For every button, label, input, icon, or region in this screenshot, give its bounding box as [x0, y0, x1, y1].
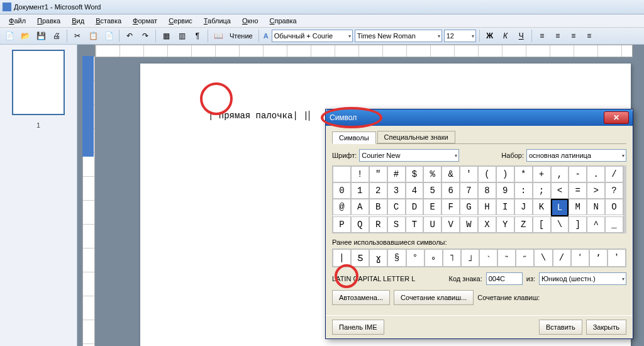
char-cell[interactable]: I — [496, 199, 514, 215]
recent-cell[interactable]: ˴ — [479, 249, 497, 267]
recent-cell[interactable]: ʼ — [589, 249, 608, 267]
char-cell[interactable]: K — [533, 199, 551, 215]
menu-правка[interactable]: Правка — [32, 16, 65, 26]
table-icon[interactable]: ▦ — [159, 29, 173, 43]
char-cell[interactable]: _ — [605, 216, 623, 233]
char-cell[interactable]: 5 — [423, 182, 441, 199]
copy-icon[interactable]: 📋 — [86, 29, 100, 43]
grid-scrollbar[interactable] — [624, 165, 626, 233]
char-cell[interactable]: R — [369, 216, 387, 233]
char-cell[interactable]: W — [460, 216, 478, 233]
char-cell[interactable]: Y — [496, 216, 514, 233]
char-cell[interactable]: 6 — [441, 182, 460, 199]
char-cell[interactable]: V — [441, 216, 460, 233]
menu-таблица[interactable]: Таблица — [199, 16, 236, 26]
char-cell[interactable]: 0 — [333, 182, 351, 199]
char-cell[interactable]: % — [423, 166, 441, 182]
dialog-titlebar[interactable]: Символ ✕ — [326, 109, 633, 126]
char-cell[interactable]: U — [423, 216, 441, 233]
font-select[interactable]: Courier New — [359, 149, 459, 162]
menu-файл[interactable]: Файл — [4, 16, 31, 26]
print-icon[interactable]: 🖨 — [50, 29, 64, 43]
align-left-icon[interactable]: ≡ — [535, 29, 549, 43]
char-cell[interactable]: ? — [605, 182, 623, 199]
char-cell[interactable]: $ — [406, 166, 424, 182]
char-cell[interactable]: 9 — [496, 182, 514, 199]
recent-cell[interactable]: ˵ — [497, 249, 516, 267]
char-cell[interactable]: ( — [478, 166, 496, 182]
save-icon[interactable]: 💾 — [34, 29, 48, 43]
recent-cell[interactable]: | — [333, 249, 351, 267]
set-select[interactable]: основная латиница — [526, 149, 626, 162]
cut-icon[interactable]: ✂ — [70, 29, 84, 43]
char-cell[interactable]: = — [569, 182, 587, 199]
char-cell[interactable]: ^ — [587, 216, 605, 233]
align-justify-icon[interactable]: ≡ — [582, 29, 596, 43]
recent-cell[interactable]: ˥ — [443, 249, 461, 267]
char-cell[interactable]: B — [369, 199, 387, 215]
char-cell[interactable]: @ — [333, 199, 351, 215]
char-cell[interactable]: M — [569, 199, 587, 215]
char-cell[interactable]: ) — [496, 166, 514, 182]
recent-cell[interactable]: / — [553, 249, 571, 267]
char-cell[interactable]: F — [441, 199, 460, 215]
ime-button[interactable]: Панель IME — [332, 320, 384, 335]
menu-формат[interactable]: Формат — [128, 16, 162, 26]
char-cell[interactable]: E — [423, 199, 441, 215]
menu-справка[interactable]: Справка — [265, 16, 302, 26]
char-cell[interactable]: S — [387, 216, 406, 233]
bold-button[interactable]: Ж — [483, 29, 497, 43]
reading-icon[interactable]: 📖 — [211, 29, 225, 43]
char-cell[interactable]: > — [587, 182, 605, 199]
char-cell[interactable] — [333, 166, 351, 182]
reading-label[interactable]: Чтение — [227, 32, 255, 40]
char-cell[interactable]: Z — [514, 216, 533, 233]
char-cell[interactable]: A — [351, 199, 369, 215]
char-cell[interactable]: < — [551, 182, 569, 199]
shortcut-button[interactable]: Сочетание клавиш... — [394, 290, 474, 305]
char-cell[interactable]: ' — [460, 166, 478, 182]
recent-cell[interactable]: \ — [534, 249, 552, 267]
char-cell[interactable]: , — [551, 166, 569, 182]
char-cell[interactable]: 2 — [369, 182, 387, 199]
char-cell[interactable]: P — [333, 216, 351, 233]
tab-special[interactable]: Специальные знаки — [377, 131, 455, 143]
page-thumbnail[interactable] — [12, 50, 65, 115]
char-cell[interactable]: D — [406, 199, 424, 215]
paste-icon[interactable]: 📄 — [102, 29, 116, 43]
recent-cell[interactable]: ˶ — [516, 249, 534, 267]
char-cell[interactable]: 8 — [478, 182, 496, 199]
new-icon[interactable]: 📄 — [3, 29, 16, 43]
close-button[interactable]: Закрыть — [586, 320, 626, 335]
close-icon[interactable]: ✕ — [604, 111, 629, 124]
char-cell[interactable]: ; — [533, 182, 551, 199]
char-cell[interactable]: Q — [351, 216, 369, 233]
char-cell[interactable]: 1 — [351, 182, 369, 199]
char-cell[interactable]: [ — [533, 216, 551, 233]
align-center-icon[interactable]: ≡ — [551, 29, 565, 43]
horizontal-ruler[interactable] — [95, 45, 633, 57]
char-cell[interactable]: + — [533, 166, 551, 182]
char-cell[interactable]: C — [387, 199, 406, 215]
recent-cell[interactable]: ° — [406, 249, 425, 267]
recent-cell[interactable]: ʽ — [608, 249, 626, 267]
undo-icon[interactable]: ↶ — [123, 29, 136, 43]
char-cell[interactable]: T — [406, 216, 424, 233]
char-cell[interactable]: * — [514, 166, 533, 182]
align-right-icon[interactable]: ≡ — [567, 29, 580, 43]
para-icon[interactable]: ¶ — [191, 29, 204, 43]
menu-вид[interactable]: Вид — [67, 16, 89, 26]
size-combo[interactable]: 12 — [444, 30, 476, 42]
recent-cell[interactable]: Ƽ — [351, 249, 369, 267]
from-select[interactable]: Юникод (шестн.) — [539, 272, 626, 285]
underline-button[interactable]: Ч — [514, 29, 528, 43]
char-cell[interactable]: G — [460, 199, 478, 215]
style-combo[interactable]: Обычный + Courie — [272, 30, 353, 42]
char-cell[interactable]: & — [441, 166, 460, 182]
char-cell[interactable]: / — [605, 166, 623, 182]
insert-button[interactable]: Вставить — [539, 320, 582, 335]
char-cell[interactable]: 7 — [460, 182, 478, 199]
char-cell[interactable]: N — [587, 199, 605, 215]
recent-cell[interactable]: ˩ — [461, 249, 479, 267]
char-cell[interactable]: L — [551, 199, 569, 216]
